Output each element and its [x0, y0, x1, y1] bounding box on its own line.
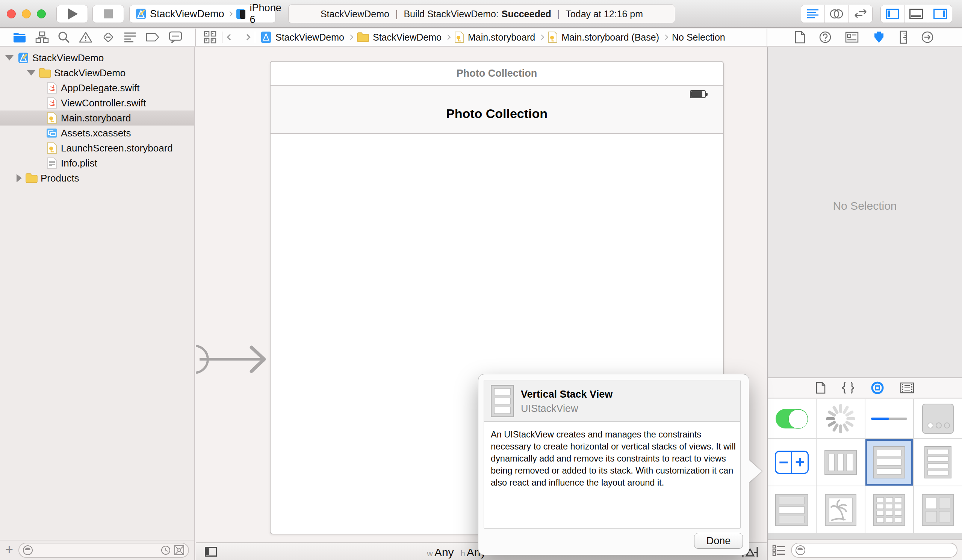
zoom-window-button[interactable]: [37, 10, 46, 18]
collection-view-icon: [873, 494, 905, 526]
jumpbar-crumb[interactable]: Main.storyboard (Base): [562, 32, 659, 43]
library-item-switch[interactable]: [768, 399, 816, 438]
navigator-filter-field[interactable]: [18, 543, 189, 558]
status-separator: |: [557, 9, 560, 19]
library-item-table-view-cell[interactable]: [768, 486, 816, 533]
jumpbar-crumb[interactable]: Main.storyboard: [468, 32, 535, 43]
width-class-value: Any: [434, 546, 454, 559]
popover-subtitle: UIStackView: [521, 403, 578, 415]
sidebar-item-file[interactable]: Assets.xcassets: [0, 126, 194, 140]
filter-icon: [23, 545, 33, 555]
report-navigator-button[interactable]: [169, 31, 182, 43]
version-editor-icon: [854, 9, 868, 19]
initial-view-controller-arrow[interactable]: [196, 333, 278, 386]
go-forward-button[interactable]: [244, 34, 250, 40]
asset-catalog-icon: [46, 127, 58, 139]
test-navigator-button[interactable]: [102, 31, 115, 44]
sidebar-item-project[interactable]: StackViewDemo: [0, 50, 194, 65]
project-navigator-button[interactable]: [13, 32, 26, 43]
identity-inspector-icon[interactable]: [845, 32, 859, 43]
library-item-slider[interactable]: [865, 399, 914, 438]
scheme-device-label: iPhone 6: [250, 2, 281, 26]
code-snippet-library-icon[interactable]: [841, 382, 855, 394]
navigation-bar[interactable]: Photo Collection: [271, 86, 723, 134]
sidebar-item-file[interactable]: LaunchScreen.storyboard: [0, 140, 194, 156]
minimize-window-button[interactable]: [22, 10, 31, 18]
version-editor-button[interactable]: [849, 5, 872, 23]
library-selector-bar: [768, 378, 962, 399]
stop-button[interactable]: [92, 5, 124, 23]
test-diamond-icon: [102, 31, 115, 44]
issue-navigator-button[interactable]: [79, 31, 92, 43]
library-item-image-view[interactable]: [817, 486, 865, 533]
breakpoint-navigator-button[interactable]: [145, 32, 160, 42]
sidebar-item-products[interactable]: Products: [0, 171, 194, 186]
library-item-table-view[interactable]: [914, 439, 962, 486]
table-view-icon: [925, 446, 951, 478]
library-item-activity-indicator[interactable]: [817, 399, 865, 438]
scheme-project-label: StackViewDemo: [150, 8, 224, 20]
source-control-status-icon[interactable]: [174, 545, 184, 555]
table-view-cell-icon: [775, 494, 808, 526]
sidebar-item-file[interactable]: AppDelegate.swift: [0, 81, 194, 95]
view-segmented-control: [880, 5, 952, 23]
disclosure-open-icon[interactable]: [27, 70, 36, 76]
connections-inspector-icon[interactable]: [921, 31, 934, 44]
library-description-popover: Vertical Stack View UIStackView An UISta…: [478, 374, 749, 555]
jumpbar-crumb[interactable]: StackViewDemo: [276, 32, 344, 43]
switch-icon: [776, 409, 808, 428]
library-filter-field[interactable]: [791, 543, 957, 558]
sidebar-item-label: LaunchScreen.storyboard: [61, 142, 173, 154]
file-template-library-icon[interactable]: [816, 382, 826, 394]
file-inspector-icon[interactable]: [795, 31, 805, 44]
library-item-horizontal-stack-view[interactable]: [817, 439, 865, 486]
quick-help-inspector-icon[interactable]: [819, 31, 831, 44]
standard-editor-button[interactable]: [801, 5, 825, 23]
folder-icon: [26, 172, 37, 184]
scheme-selector[interactable]: StackViewDemo iPhone 6: [129, 5, 276, 23]
document-outline-toggle-icon[interactable]: [205, 547, 217, 557]
search-navigator-button[interactable]: [58, 31, 70, 43]
attributes-inspector-icon[interactable]: [872, 31, 886, 44]
symbol-navigator-button[interactable]: [36, 31, 49, 43]
toggle-debug-area-button[interactable]: [904, 5, 928, 23]
popover-description: An UIStackView creates and manages the c…: [491, 428, 736, 489]
utilities-panel: No Selection: [767, 47, 962, 560]
library-item-page-control[interactable]: [914, 399, 962, 438]
object-library-icon[interactable]: [871, 381, 884, 395]
debug-navigator-button[interactable]: [124, 32, 136, 43]
library-item-stepper[interactable]: −+: [768, 439, 816, 486]
sidebar-item-file[interactable]: Info.plist: [0, 156, 194, 171]
folder-icon: [357, 32, 369, 42]
close-window-button[interactable]: [7, 10, 16, 18]
recent-files-clock-icon[interactable]: [160, 545, 171, 555]
media-library-icon[interactable]: [900, 382, 914, 394]
toggle-navigator-button[interactable]: [881, 5, 904, 23]
assistant-editor-icon: [829, 9, 844, 19]
add-button[interactable]: +: [5, 543, 13, 556]
done-button[interactable]: Done: [694, 533, 743, 549]
activity-viewer[interactable]: StackViewDemo | Build StackViewDemo: Suc…: [288, 5, 675, 23]
library-item-collection-view[interactable]: [865, 486, 914, 533]
scene-header[interactable]: Photo Collection: [271, 61, 723, 86]
go-back-button[interactable]: [227, 34, 233, 40]
battery-icon: [690, 90, 706, 98]
editor-jump-bar: StackViewDemo StackViewDemo Main.storybo…: [199, 29, 766, 46]
standard-editor-icon: [806, 9, 819, 19]
toggle-inspector-button[interactable]: [928, 5, 952, 23]
jumpbar-crumb[interactable]: StackViewDemo: [373, 32, 442, 43]
disclosure-closed-icon[interactable]: [16, 174, 22, 182]
assistant-editor-button[interactable]: [825, 5, 849, 23]
library-item-vertical-stack-view-selected[interactable]: [865, 439, 914, 486]
library-list-view-toggle-icon[interactable]: [772, 544, 786, 556]
jumpbar-crumb-no-selection[interactable]: No Selection: [672, 32, 725, 43]
related-items-icon[interactable]: [204, 31, 216, 44]
app-project-icon: [135, 8, 147, 20]
disclosure-open-icon[interactable]: [5, 55, 13, 61]
sidebar-item-group[interactable]: StackViewDemo: [0, 65, 194, 81]
library-item-collection-view-cell[interactable]: [914, 486, 962, 533]
size-inspector-icon[interactable]: [899, 31, 907, 44]
sidebar-item-file[interactable]: ViewController.swift: [0, 95, 194, 110]
sidebar-item-file-selected[interactable]: Main.storyboard: [0, 110, 194, 126]
run-button[interactable]: [56, 5, 88, 23]
